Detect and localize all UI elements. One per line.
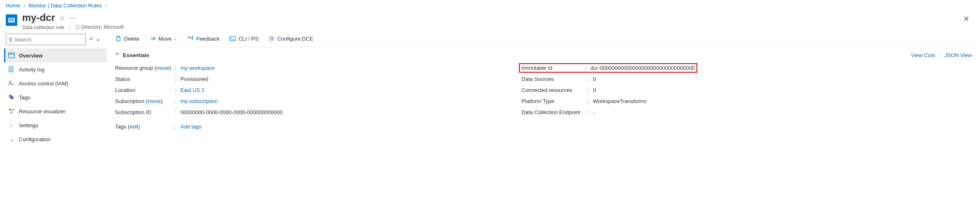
resource-type-label: Data collection rule: [22, 25, 64, 30]
svg-point-11: [10, 96, 11, 96]
chevron-right-icon: ›: [8, 122, 15, 128]
arrow-right-icon: [150, 35, 156, 42]
sidebar-item-activity-log[interactable]: Activity log: [4, 62, 107, 76]
kv-val-platform-type: WorkspaceTransforms: [593, 98, 915, 104]
svg-rect-18: [117, 37, 120, 41]
svg-point-25: [270, 37, 273, 40]
feedback-icon: [187, 35, 194, 42]
kv-key-platform-type: Platform Type: [521, 98, 587, 104]
svg-line-16: [10, 110, 12, 113]
resource-icon: [6, 14, 17, 26]
essentials-label: Essentials: [123, 52, 149, 58]
sidebar-item-label: Access control (IAM): [19, 80, 68, 87]
sidebar-item-label: Resource visualizer: [19, 108, 65, 115]
info-icon: ⓘ: [75, 25, 80, 30]
svg-point-22: [188, 37, 190, 38]
edit-tags-link[interactable]: edit: [129, 124, 138, 130]
breadcrumb-home[interactable]: Home: [6, 2, 20, 9]
svg-line-31: [273, 40, 274, 41]
kv-key-data-sources: Data Sources: [521, 76, 587, 82]
add-tags-link[interactable]: Add tags: [180, 124, 201, 130]
page-title: my-dcr: [22, 12, 55, 23]
kv-key-dce: Data Collection Endpoint: [521, 109, 587, 115]
essentials-grid: Resource group (move) : my-workspace Sta…: [115, 61, 972, 132]
toolbar-label: Delete: [124, 36, 140, 42]
svg-rect-3: [9, 53, 14, 58]
trash-icon: [115, 35, 122, 42]
header: my-dcr ☆ ⋯ Data collection rule | ⓘ Dire…: [0, 11, 980, 34]
kv-key-tags: Tags (edit): [115, 124, 175, 130]
svg-line-32: [270, 40, 270, 41]
toolbar-label: CLI / PS: [238, 36, 258, 42]
sidebar-item-settings[interactable]: › Settings: [4, 118, 107, 132]
toolbar-label: Feedback: [196, 36, 219, 42]
kv-key-immutable-id: Immutable Id: [521, 65, 585, 71]
json-view-link[interactable]: JSON View: [945, 52, 972, 58]
dce-link[interactable]: -: [593, 109, 595, 115]
svg-point-10: [12, 83, 14, 85]
essentials-toggle[interactable]: ⌃ Essentials: [115, 52, 149, 58]
toolbar-label: Move: [159, 36, 172, 42]
toolbar: Delete Move ⌄ Feedback CLI / PS Configur…: [115, 34, 972, 47]
configure-dce-button[interactable]: Configure DCE: [268, 35, 313, 42]
terminal-icon: [229, 35, 236, 42]
chevron-up-icon: ⌃: [115, 52, 120, 58]
sidebar-item-access-control[interactable]: Access control (IAM): [4, 76, 107, 90]
sidebar-item-overview[interactable]: Overview: [4, 48, 107, 62]
gear-icon: [268, 35, 275, 42]
cli-button[interactable]: CLI / PS: [229, 35, 258, 42]
kv-key-status: Status: [115, 76, 175, 82]
move-rg-link[interactable]: move: [156, 65, 169, 71]
favorite-star-icon[interactable]: ☆: [59, 14, 65, 22]
svg-rect-1: [9, 19, 14, 20]
kv-key-connected-resources: Connected resources: [521, 87, 587, 93]
sidebar-search[interactable]: ⚲: [6, 34, 86, 45]
sidebar-item-label: Configuration: [19, 136, 51, 142]
svg-point-9: [9, 81, 12, 83]
directory-label: Directory: Microsoft: [81, 24, 124, 30]
breadcrumb: Home › Monitor | Data Collection Rules ›: [0, 0, 980, 11]
resource-group-link[interactable]: my-workspace: [180, 65, 215, 71]
close-icon[interactable]: ✕: [958, 12, 974, 26]
kv-val-subscription-id: 00000000-0000-0000-0000-000000000000: [180, 109, 509, 115]
kv-key-location: Location: [115, 87, 175, 93]
collapse-sidebar-icon[interactable]: «: [97, 37, 99, 43]
delete-button[interactable]: Delete: [115, 35, 140, 42]
sidebar-item-label: Overview: [19, 53, 43, 59]
kv-val-immutable-id: dcr-00000000000000000000000000000000: [590, 65, 695, 71]
feedback-button[interactable]: Feedback: [187, 35, 219, 42]
sidebar-item-label: Tags: [19, 94, 30, 101]
sidebar-item-label: Activity log: [19, 66, 44, 73]
view-cost-link[interactable]: View Cost: [911, 52, 935, 58]
svg-line-17: [12, 110, 13, 113]
sidebar-item-resource-visualizer[interactable]: Resource visualizer: [4, 104, 107, 118]
kv-val-status: Provisioned: [180, 76, 509, 82]
immutable-id-highlight: Immutable Id : dcr-000000000000000000000…: [519, 63, 697, 73]
subscription-link[interactable]: my-subscription: [180, 98, 218, 104]
sidebar-item-tags[interactable]: Tags: [4, 90, 107, 104]
breadcrumb-monitor[interactable]: Monitor | Data Collection Rules: [28, 2, 102, 9]
toolbar-label: Configure DCE: [277, 36, 313, 42]
location-link[interactable]: East US 2: [180, 87, 205, 93]
search-icon: ⚲: [9, 37, 13, 43]
expand-collapse-icon[interactable]: ↶: [89, 37, 93, 42]
kv-key-resource-group: Resource group (move): [115, 65, 175, 71]
kv-key-subscription-id: Subscription ID: [115, 109, 175, 115]
chevron-right-icon: ›: [105, 2, 107, 9]
chevron-down-icon: ⌄: [174, 37, 177, 41]
move-sub-link[interactable]: move: [148, 98, 161, 104]
more-actions-icon[interactable]: ⋯: [69, 14, 76, 22]
svg-line-30: [270, 37, 270, 37]
kv-val-data-sources: 0: [593, 76, 915, 82]
sidebar-item-configuration[interactable]: ⌄ Configuration: [4, 132, 107, 146]
move-button[interactable]: Move ⌄: [150, 35, 178, 42]
tags-icon: [8, 94, 15, 101]
overview-icon: [8, 52, 15, 59]
search-input[interactable]: [14, 37, 83, 43]
svg-rect-2: [9, 20, 14, 21]
chevron-right-icon: ›: [23, 2, 25, 9]
main-pane: Delete Move ⌄ Feedback CLI / PS Configur…: [107, 34, 980, 146]
sidebar: ⚲ ↶ « Overview Activity log Access contr…: [0, 34, 107, 146]
kv-key-subscription: Subscription (move): [115, 98, 175, 104]
svg-line-33: [273, 37, 274, 37]
